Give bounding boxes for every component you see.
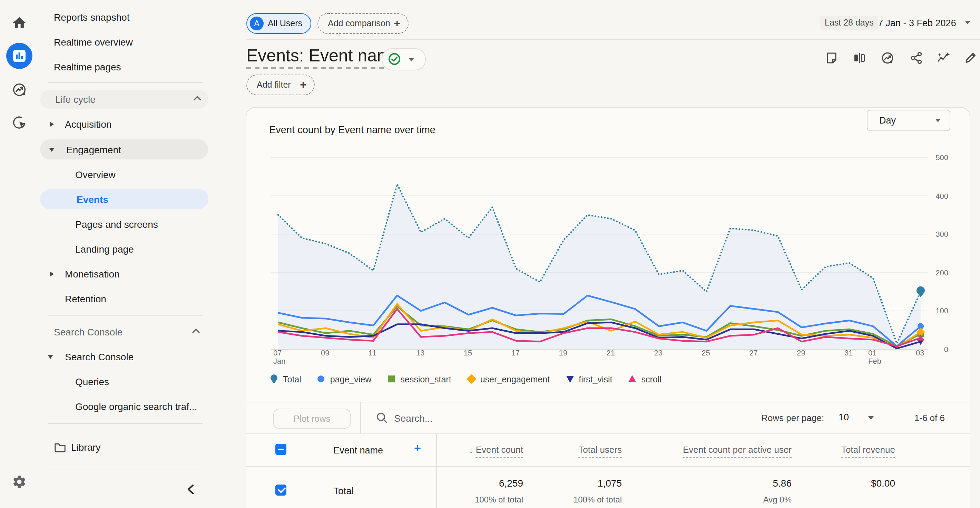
y-tick-label: 200	[919, 269, 948, 277]
sidebar-item-landing-page[interactable]: Landing page	[39, 239, 246, 259]
sidebar-item-retention[interactable]: Retention	[39, 289, 246, 309]
search-input[interactable]	[393, 409, 603, 427]
chevron-down-icon[interactable]	[868, 416, 874, 420]
legend-item[interactable]: page_view	[317, 374, 372, 384]
divider	[247, 433, 970, 434]
ab-compare-icon[interactable]	[852, 51, 866, 65]
icon-rail	[0, 0, 39, 508]
x-tick-label: 11	[369, 349, 377, 357]
legend-marker-icon	[317, 374, 326, 384]
collapse-sidebar-chevron[interactable]	[186, 484, 195, 495]
note-icon[interactable]	[825, 51, 838, 65]
x-tick-label: 13	[416, 349, 425, 357]
timeseries-chart[interactable]	[271, 154, 928, 361]
sidebar-item-reports-snapshot[interactable]: Reports snapshot	[39, 8, 246, 27]
legend-marker-icon	[565, 374, 574, 384]
settings-gear-icon[interactable]	[12, 474, 27, 489]
segment-avatar: A	[250, 16, 264, 30]
sidebar-item-pages-and-screens[interactable]: Pages and screens	[39, 215, 246, 234]
chevron-up-icon	[192, 328, 200, 333]
sidebar-item-realtime-pages[interactable]: Realtime pages	[39, 57, 246, 76]
divider	[246, 39, 980, 40]
add-dimension-icon[interactable]: +	[414, 442, 421, 455]
x-tick-label: 25	[702, 349, 710, 357]
column-header-event-count[interactable]: ↓ Event count	[440, 444, 523, 455]
total-users-subtext: 100% of total	[539, 495, 622, 505]
sidebar-item-acquisition[interactable]: Acquisition	[39, 115, 246, 134]
x-tick-label: 21	[606, 349, 615, 357]
select-all-checkbox[interactable]	[275, 444, 286, 455]
y-tick-label: 500	[919, 153, 948, 161]
sidebar-item-queries[interactable]: Queries	[39, 372, 246, 391]
report-nav: Reports snapshot Realtime overview Realt…	[39, 0, 246, 508]
x-tick-label: 01Feb	[868, 349, 881, 365]
sidebar-section-life-cycle[interactable]: Life cycle	[40, 90, 208, 109]
y-tick-label: 400	[919, 191, 948, 200]
legend-marker-icon	[387, 374, 396, 384]
y-tick-label: 100	[919, 307, 948, 315]
column-header-event-name[interactable]: Event name	[333, 445, 383, 455]
divider	[48, 315, 203, 316]
sidebar-item-events[interactable]: Events	[40, 189, 208, 209]
legend-item[interactable]: first_visit	[565, 374, 612, 384]
ga4-app: Reports snapshot Realtime overview Realt…	[0, 0, 980, 508]
sidebar-item-realtime-overview[interactable]: Realtime overview	[39, 32, 246, 52]
event-count-value: 6,259	[440, 478, 523, 489]
legend-item[interactable]: scroll	[627, 374, 661, 384]
legend-label: session_start	[400, 374, 451, 384]
add-filter-button[interactable]: Add filter +	[247, 75, 315, 95]
expand-right-icon	[50, 121, 54, 127]
sidebar-item-engagement[interactable]: Engagement	[40, 139, 208, 159]
date-preset-badge: Last 28 days	[820, 16, 878, 30]
rows-per-page-select[interactable]: 10	[838, 412, 849, 422]
report-card: Event count by Event name over time Day …	[246, 107, 970, 508]
home-icon[interactable]	[12, 15, 27, 30]
insights-icon[interactable]	[881, 51, 894, 65]
granularity-select[interactable]: Day	[867, 110, 950, 131]
expand-down-icon	[48, 355, 53, 359]
sidebar-item-overview[interactable]: Overview	[39, 165, 246, 184]
x-tick-label: 31	[845, 349, 853, 357]
legend-item[interactable]: Total	[269, 374, 301, 384]
column-header-total-users[interactable]: Total users	[539, 444, 622, 455]
add-comparison-button[interactable]: Add comparison +	[317, 13, 409, 34]
sidebar-item-monetisation[interactable]: Monetisation	[39, 264, 246, 283]
per-active-user-value: 5.86	[633, 478, 792, 489]
rows-per-page-label: Rows per page:	[761, 413, 824, 423]
chevron-down-icon	[409, 58, 414, 61]
sparkline-icon[interactable]	[937, 51, 950, 65]
x-tick-label: 09	[321, 349, 329, 357]
expand-right-icon	[50, 271, 54, 277]
sidebar-item-google-organic-search[interactable]: Google organic search traf...	[39, 397, 246, 416]
legend-item[interactable]: session_start	[387, 374, 451, 384]
legend-label: Total	[283, 374, 301, 384]
legend-marker-icon	[269, 374, 279, 384]
row-checkbox[interactable]	[275, 484, 286, 495]
sidebar-item-search-console[interactable]: Search Console	[39, 347, 246, 366]
edit-icon[interactable]	[963, 51, 977, 65]
column-header-event-count-per-active-user[interactable]: Event count per active user	[633, 444, 792, 455]
column-header-total-revenue[interactable]: Total revenue	[812, 444, 895, 455]
share-icon[interactable]	[910, 51, 923, 65]
sort-desc-icon: ↓	[469, 444, 473, 455]
all-users-segment-chip[interactable]: A All Users	[247, 13, 311, 34]
x-tick-label: 19	[559, 349, 568, 357]
y-tick-label: 300	[919, 230, 948, 238]
legend-label: scroll	[641, 374, 661, 384]
x-tick-label: 15	[464, 349, 473, 357]
page-title: Events: Event name	[247, 46, 401, 65]
per-active-user-subtext: Avg 0%	[633, 495, 792, 505]
total-users-value: 1,075	[539, 478, 622, 489]
explore-icon[interactable]	[12, 82, 27, 97]
advertising-icon[interactable]	[12, 115, 27, 130]
legend-item[interactable]: user_engagement	[466, 374, 550, 384]
sidebar-section-search-console[interactable]: Search Console	[39, 322, 246, 342]
sidebar-item-library[interactable]: Library	[39, 438, 246, 457]
x-tick-label: 07Jan	[273, 349, 286, 365]
folder-icon	[54, 442, 66, 453]
divider	[48, 469, 203, 469]
reports-icon[interactable]	[6, 43, 32, 69]
legend-marker-icon	[466, 374, 476, 384]
plot-rows-button[interactable]: Plot rows	[273, 409, 351, 428]
report-status-dropdown[interactable]	[382, 48, 426, 70]
